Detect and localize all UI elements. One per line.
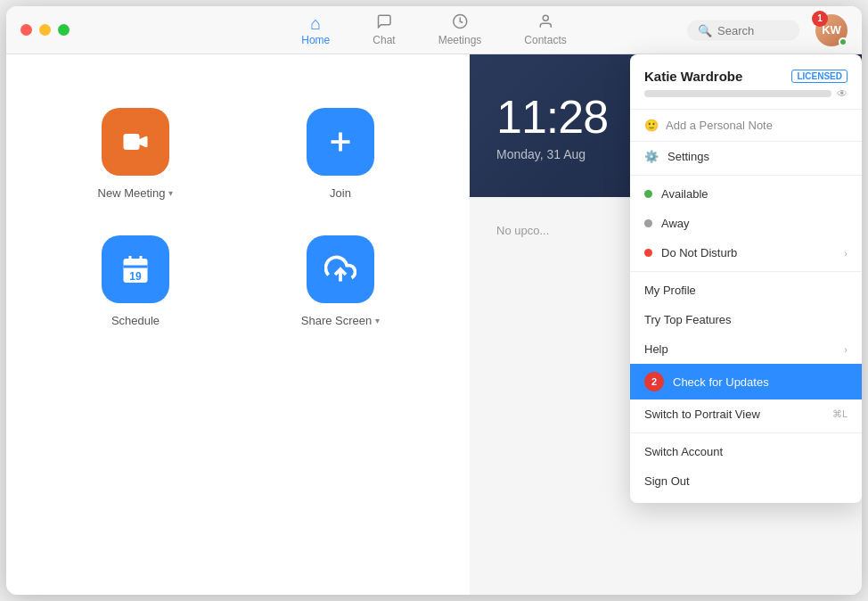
action-new-meeting[interactable]: New Meeting ▾ (60, 108, 211, 200)
search-area[interactable]: 🔍 (687, 20, 799, 40)
nav-tabs: ⌂ Home Chat Meetings (280, 8, 587, 52)
join-icon (307, 108, 374, 176)
tab-chat-label: Chat (373, 34, 395, 46)
action-join[interactable]: Join (265, 108, 416, 200)
tab-meetings-label: Meetings (438, 34, 482, 46)
chevron-down-icon: ▾ (168, 188, 173, 198)
window-controls (20, 24, 70, 36)
tab-home-label: Home (301, 34, 330, 46)
divider3 (630, 432, 862, 433)
menu-do-not-disturb[interactable]: Do Not Disturb › (630, 238, 862, 268)
try-features-label: Try Top Features (644, 313, 732, 326)
menu-switch-account[interactable]: Switch Account (630, 437, 862, 466)
menu-check-updates[interactable]: 2 Check for Updates (630, 364, 862, 399)
avatar-initials: KW (822, 23, 841, 37)
menu-portrait-view[interactable]: Switch to Portrait View ⌘L (630, 399, 862, 429)
svg-text:19: 19 (129, 270, 142, 283)
menu-away[interactable]: Away (630, 209, 862, 238)
menu-help[interactable]: Help › (630, 334, 862, 364)
email-eye-icon: 👁 (837, 87, 848, 100)
tab-meetings[interactable]: Meetings (417, 8, 504, 52)
dnd-dot (644, 249, 652, 257)
minimize-button[interactable] (39, 24, 51, 36)
avatar-number: 1 (812, 11, 828, 27)
smiley-icon: 🙂 (644, 119, 659, 132)
away-label: Away (661, 217, 690, 230)
menu-try-features[interactable]: Try Top Features (630, 305, 862, 334)
personal-note-item[interactable]: 🙂 Add a Personal Note (630, 110, 862, 142)
tab-home[interactable]: ⌂ Home (280, 9, 351, 52)
dnd-arrow-icon: › (844, 248, 848, 259)
switch-account-label: Switch Account (644, 445, 723, 458)
chat-icon (376, 13, 392, 32)
divider (630, 175, 862, 176)
action-share-screen[interactable]: Share Screen ▾ (265, 235, 416, 327)
available-dot (644, 190, 652, 198)
menu-available[interactable]: Available (630, 179, 862, 209)
personal-note-label: Add a Personal Note (666, 119, 773, 132)
menu-settings[interactable]: ⚙️ Settings (630, 142, 862, 171)
sign-out-label: Sign Out (644, 474, 690, 488)
share-screen-icon (307, 235, 374, 303)
home-icon: ⌂ (310, 14, 321, 32)
help-label: Help (644, 342, 668, 356)
licensed-badge: LICENSED (791, 70, 848, 83)
search-input[interactable] (717, 23, 789, 37)
maximize-button[interactable] (58, 24, 70, 36)
search-icon: 🔍 (698, 23, 712, 37)
contacts-icon (537, 13, 553, 32)
action-grid: New Meeting ▾ Join (60, 108, 416, 327)
email-blur (644, 90, 831, 97)
my-profile-label: My Profile (644, 284, 696, 297)
titlebar: ⌂ Home Chat Meetings (6, 6, 862, 54)
portrait-shortcut: ⌘L (832, 408, 848, 420)
avatar-area[interactable]: 1 KW (815, 14, 848, 46)
dnd-label: Do Not Disturb (661, 246, 737, 259)
online-indicator (839, 37, 848, 46)
app-window: ⌂ Home Chat Meetings (6, 6, 862, 595)
share-screen-label: Share Screen ▾ (301, 314, 381, 327)
divider2 (630, 271, 862, 272)
portrait-view-label: Switch to Portrait View (644, 408, 760, 421)
dropdown-email: 👁 (644, 87, 848, 100)
join-label: Join (330, 186, 351, 200)
settings-label: Settings (667, 150, 709, 163)
action-schedule[interactable]: 19 Schedule (60, 235, 211, 327)
avatar[interactable]: 1 KW (815, 14, 848, 46)
new-meeting-icon (102, 108, 169, 176)
away-dot (644, 219, 652, 227)
close-button[interactable] (20, 24, 32, 36)
user-row: Katie Wardrobe LICENSED (644, 69, 848, 84)
share-chevron-icon: ▾ (375, 316, 380, 325)
dropdown-header: Katie Wardrobe LICENSED 👁 (630, 54, 862, 110)
meetings-icon (452, 13, 468, 32)
dropdown-username: Katie Wardrobe (644, 69, 742, 84)
new-meeting-label: New Meeting ▾ (98, 186, 174, 200)
menu-my-profile[interactable]: My Profile (630, 276, 862, 305)
svg-point-1 (543, 15, 548, 21)
profile-dropdown: Katie Wardrobe LICENSED 👁 🙂 Add a Person… (630, 54, 862, 503)
schedule-label: Schedule (111, 314, 160, 327)
tab-contacts[interactable]: Contacts (503, 8, 587, 52)
available-label: Available (661, 187, 708, 201)
schedule-icon: 19 (102, 235, 169, 303)
check-updates-label: Check for Updates (673, 375, 769, 389)
tab-contacts-label: Contacts (524, 34, 566, 46)
tab-chat[interactable]: Chat (351, 8, 416, 52)
menu-sign-out[interactable]: Sign Out (630, 466, 862, 496)
help-arrow-icon: › (844, 344, 848, 355)
left-panel: New Meeting ▾ Join (6, 54, 470, 595)
badge-2: 2 (644, 372, 664, 391)
settings-icon: ⚙️ (644, 150, 659, 163)
